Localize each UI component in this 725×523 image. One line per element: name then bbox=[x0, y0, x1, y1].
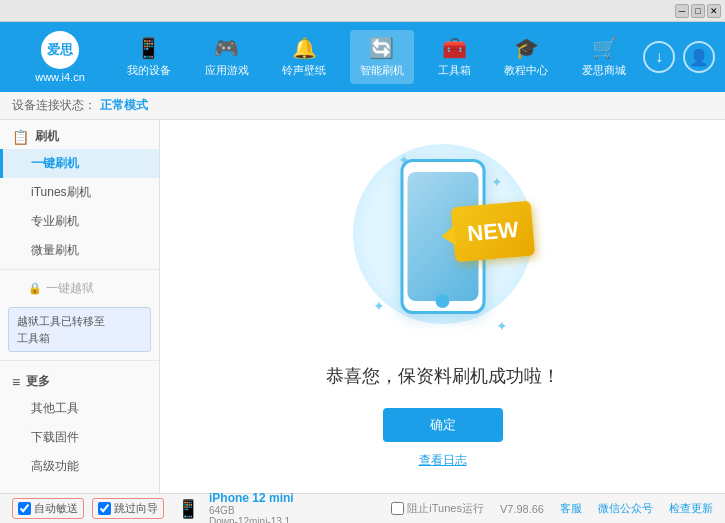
content-area: ✦ ✦ ✦ ✦ NEW 恭喜您，保资料刷机成功啦！ 确定 查看日志 bbox=[160, 120, 725, 493]
device-storage: 64GB bbox=[209, 505, 294, 516]
sidebar-item-pro-flash[interactable]: 专业刷机 bbox=[0, 207, 159, 236]
use-wizard-checkbox[interactable] bbox=[98, 502, 111, 515]
sidebar-item-other-tools[interactable]: 其他工具 bbox=[0, 394, 159, 423]
nav-item-ringtones[interactable]: 🔔 铃声壁纸 bbox=[272, 30, 336, 84]
device-info-block: iPhone 12 mini 64GB Down-12mini-13,1 bbox=[209, 491, 294, 524]
auto-restart-checkbox[interactable] bbox=[18, 502, 31, 515]
download-button[interactable]: ↓ bbox=[643, 41, 675, 73]
sidebar-item-advanced-features[interactable]: 高级功能 bbox=[0, 452, 159, 481]
nav-item-tutorials[interactable]: 🎓 教程中心 bbox=[494, 30, 558, 84]
nav-item-toolbox[interactable]: 🧰 工具箱 bbox=[428, 30, 481, 84]
divider-1 bbox=[0, 269, 159, 270]
minimize-button[interactable]: ─ bbox=[675, 4, 689, 18]
logo-icon: 爱思 bbox=[41, 31, 79, 69]
flash-section-title: 📋 刷机 bbox=[0, 120, 159, 149]
stop-itunes-checkbox[interactable] bbox=[391, 502, 404, 515]
header-right: ↓ 👤 bbox=[643, 41, 715, 73]
more-section-title: ≡ 更多 bbox=[0, 365, 159, 394]
lock-icon: 🔒 bbox=[28, 282, 42, 295]
check-update-link[interactable]: 检查更新 bbox=[669, 501, 713, 516]
sparkle-2: ✦ bbox=[491, 174, 503, 190]
maximize-button[interactable]: □ bbox=[691, 4, 705, 18]
status-bar: 设备连接状态： 正常模式 bbox=[0, 92, 725, 120]
confirm-button[interactable]: 确定 bbox=[383, 408, 503, 442]
success-text: 恭喜您，保资料刷机成功啦！ bbox=[326, 364, 560, 388]
new-badge: NEW bbox=[450, 201, 534, 263]
more-icon: ≡ bbox=[12, 374, 20, 390]
games-icon: 🎮 bbox=[214, 36, 239, 60]
bottom-right: 阻止iTunes运行 V7.98.66 客服 微信公众号 检查更新 bbox=[391, 501, 713, 516]
sparkle-4: ✦ bbox=[496, 318, 508, 334]
header: 爱思 www.i4.cn 📱 我的设备 🎮 应用游戏 🔔 铃声壁纸 🔄 智能刷机… bbox=[0, 22, 725, 92]
use-wizard-label: 跳过向导 bbox=[98, 501, 158, 516]
wechat-link[interactable]: 微信公众号 bbox=[598, 501, 653, 516]
title-bar: ─ □ ✕ bbox=[0, 0, 725, 22]
refresh-icon: 🔄 bbox=[369, 36, 394, 60]
sidebar-item-one-click-flash[interactable]: 一键刷机 bbox=[0, 149, 159, 178]
sidebar-item-save-data-flash[interactable]: 微量刷机 bbox=[0, 236, 159, 265]
nav-item-store[interactable]: 🛒 爱思商城 bbox=[572, 30, 636, 84]
phone-illustration: ✦ ✦ ✦ ✦ NEW bbox=[343, 144, 543, 344]
toolbox-icon: 🧰 bbox=[442, 36, 467, 60]
bell-icon: 🔔 bbox=[292, 36, 317, 60]
divider-2 bbox=[0, 360, 159, 361]
sidebar-item-download-firmware[interactable]: 下载固件 bbox=[0, 423, 159, 452]
tutorials-icon: 🎓 bbox=[514, 36, 539, 60]
close-button[interactable]: ✕ bbox=[707, 4, 721, 18]
auto-restart-label: 自动敏送 bbox=[18, 501, 78, 516]
phone-icon: 📱 bbox=[136, 36, 161, 60]
customer-service-link[interactable]: 客服 bbox=[560, 501, 582, 516]
nav-item-apps-games[interactable]: 🎮 应用游戏 bbox=[195, 30, 259, 84]
store-icon: 🛒 bbox=[592, 36, 617, 60]
nav-item-my-device[interactable]: 📱 我的设备 bbox=[117, 30, 181, 84]
version-number: V7.98.66 bbox=[500, 503, 544, 515]
phone-home-button bbox=[436, 294, 450, 308]
stop-itunes-section: 阻止iTunes运行 bbox=[391, 501, 484, 516]
device-phone-icon: 📱 bbox=[177, 498, 199, 520]
nav-item-smart-flash[interactable]: 🔄 智能刷机 bbox=[350, 30, 414, 84]
device-section: 📱 iPhone 12 mini 64GB Down-12mini-13,1 bbox=[172, 491, 294, 524]
bottom-left: 自动敏送 跳过向导 📱 iPhone 12 mini 64GB Down-12m… bbox=[12, 491, 294, 524]
jailbreak-section-title: 🔒 一键越狱 bbox=[0, 274, 159, 303]
device-model: Down-12mini-13,1 bbox=[209, 516, 294, 524]
user-button[interactable]: 👤 bbox=[683, 41, 715, 73]
status-value: 正常模式 bbox=[100, 97, 148, 114]
view-log-button[interactable]: 查看日志 bbox=[419, 452, 467, 469]
flash-section-icon: 📋 bbox=[12, 129, 29, 145]
sidebar: 📋 刷机 一键刷机 iTunes刷机 专业刷机 微量刷机 🔒 一键越狱 越狱工具… bbox=[0, 120, 160, 493]
main-layout: 📋 刷机 一键刷机 iTunes刷机 专业刷机 微量刷机 🔒 一键越狱 越狱工具… bbox=[0, 120, 725, 493]
logo-area: 爱思 www.i4.cn bbox=[10, 31, 110, 83]
nav-bar: 📱 我的设备 🎮 应用游戏 🔔 铃声壁纸 🔄 智能刷机 🧰 工具箱 🎓 教程中心… bbox=[110, 30, 643, 84]
bottom-bar: 自动敏送 跳过向导 📱 iPhone 12 mini 64GB Down-12m… bbox=[0, 493, 725, 523]
logo-url: www.i4.cn bbox=[35, 71, 85, 83]
sparkle-3: ✦ bbox=[373, 298, 385, 314]
notice-box: 越狱工具已转移至 工具箱 bbox=[8, 307, 151, 352]
sidebar-item-itunes-flash[interactable]: iTunes刷机 bbox=[0, 178, 159, 207]
